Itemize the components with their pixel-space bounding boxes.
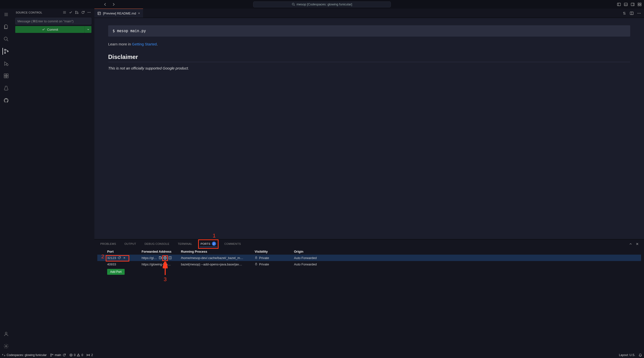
accounts-icon[interactable] — [3, 331, 10, 337]
customize-layout-icon[interactable] — [638, 2, 642, 6]
svg-rect-6 — [638, 5, 639, 6]
commit-message-input[interactable]: Message (⌘Enter to commit on "main") — [15, 18, 92, 24]
tab-comments[interactable]: COMMENTS — [224, 241, 242, 246]
problems-status[interactable]: 0 0 — [69, 353, 83, 357]
svg-rect-1 — [618, 3, 621, 6]
learn-more-line: Learn more in Getting Started. — [108, 42, 630, 46]
ports-table-header: Port Forwarded Address Running Process V… — [97, 248, 641, 255]
col-forwarded-address: Forwarded Address — [142, 250, 181, 253]
add-port-button[interactable]: Add Port — [107, 269, 124, 275]
svg-rect-7 — [640, 5, 641, 6]
tab-ports[interactable]: PORTS 2 — [200, 241, 217, 247]
col-origin: Origin — [294, 250, 343, 253]
tab-readme-preview[interactable]: [Preview] README.md × — [94, 8, 143, 18]
svg-point-12 — [6, 64, 8, 66]
svg-rect-16 — [6, 74, 8, 76]
tab-debug-console[interactable]: DEBUG CONSOLE — [144, 241, 170, 246]
commit-dropdown-button[interactable] — [84, 26, 92, 33]
editor-tabs: [Preview] README.md × — [94, 8, 644, 18]
sidebar-title: SOURCE CONTROL — [16, 11, 42, 14]
extensions-icon[interactable] — [3, 72, 10, 79]
nav-back-icon[interactable] — [103, 2, 107, 6]
status-bar: Codespaces: glowing funicular main 0 0 2… — [0, 352, 644, 358]
copy-address-icon[interactable] — [158, 256, 162, 260]
disclaimer-text: This is not an officially supported Goog… — [108, 66, 630, 70]
stop-forward-icon[interactable] — [123, 256, 126, 260]
svg-point-29 — [640, 13, 641, 13]
run-debug-icon[interactable] — [3, 60, 10, 67]
preview-in-editor-icon[interactable] — [168, 256, 172, 260]
tab-terminal[interactable]: TERMINAL — [177, 241, 193, 246]
split-editor-icon[interactable] — [630, 11, 634, 15]
github-icon[interactable] — [3, 97, 10, 104]
commit-check-icon[interactable] — [69, 10, 72, 14]
layout-left-icon[interactable] — [617, 2, 621, 6]
activity-bar — [0, 8, 12, 352]
menu-icon[interactable] — [3, 11, 10, 18]
running-process: bazel(mesop) --add-opens=java.base/jav… — [181, 262, 255, 266]
refresh-icon[interactable] — [81, 10, 85, 14]
nav-forward-icon[interactable] — [112, 2, 116, 6]
settings-gear-icon[interactable] — [3, 343, 10, 350]
label-port-icon[interactable] — [118, 256, 121, 260]
learn-suffix: . — [157, 42, 158, 46]
editor-more-icon[interactable] — [637, 11, 641, 15]
svg-rect-2 — [624, 3, 628, 6]
port-number: 32123 — [107, 256, 116, 260]
tab-problems[interactable]: PROBLEMS — [99, 241, 117, 246]
command-center-text: mesop [Codespaces: glowing funicular] — [296, 2, 352, 6]
origin-value: Auto Forwarded — [294, 262, 343, 266]
search-icon — [292, 3, 295, 6]
svg-point-37 — [51, 354, 52, 355]
layout-right-icon[interactable] — [631, 2, 635, 6]
notifications-icon[interactable] — [638, 353, 642, 357]
keyboard-layout-status[interactable]: Layout: U.S. — [619, 353, 635, 357]
heading-divider — [108, 62, 630, 62]
tab-label: [Preview] README.md — [103, 11, 136, 15]
panel-maximize-icon[interactable] — [629, 242, 632, 246]
ports-row[interactable]: 32123 https://gl… /home/mesop-dev/.cache… — [97, 255, 641, 261]
svg-point-10 — [4, 52, 6, 53]
col-running-process: Running Process — [181, 250, 255, 253]
more-actions-icon[interactable] — [87, 10, 91, 14]
ports-count: 2 — [91, 353, 93, 357]
warning-count: 0 — [81, 353, 83, 357]
error-count: 0 — [74, 353, 76, 357]
svg-rect-35 — [256, 264, 257, 265]
command-center[interactable]: mesop [Codespaces: glowing funicular] — [253, 1, 391, 7]
compare-changes-icon[interactable] — [622, 11, 626, 15]
getting-started-link[interactable]: Getting Started — [132, 42, 157, 46]
search-activity-icon[interactable] — [3, 36, 10, 42]
ports-row[interactable]: 40933 https://glowing-fun… bazel(mesop) … — [97, 261, 641, 267]
preview-icon — [97, 11, 101, 15]
svg-point-28 — [639, 13, 640, 13]
svg-rect-14 — [4, 76, 6, 78]
source-control-sidebar: SOURCE CONTROL Message (⌘Enter to commit… — [12, 8, 94, 352]
testing-icon[interactable] — [3, 85, 10, 92]
col-visibility: Visibility — [255, 250, 294, 253]
commit-placeholder: Message (⌘Enter to commit on "main") — [18, 19, 74, 23]
disclaimer-heading: Disclaimer — [108, 53, 630, 60]
git-branch-status[interactable]: main — [50, 353, 66, 357]
open-in-browser-icon[interactable] — [163, 256, 167, 260]
svg-point-17 — [5, 332, 7, 334]
svg-point-39 — [52, 354, 53, 355]
svg-rect-3 — [631, 3, 634, 6]
create-pr-icon[interactable] — [75, 10, 79, 14]
panel-close-icon[interactable] — [636, 242, 639, 246]
view-as-tree-icon[interactable] — [63, 10, 66, 14]
remote-indicator[interactable]: Codespaces: glowing funicular — [2, 353, 47, 357]
col-port: Port — [107, 250, 142, 253]
tab-close-icon[interactable]: × — [138, 11, 140, 15]
tab-output[interactable]: OUTPUT — [124, 241, 137, 246]
layout-bottom-icon[interactable] — [624, 2, 628, 6]
svg-rect-34 — [256, 257, 257, 259]
markdown-preview[interactable]: $ mesop main.py Learn more in Getting St… — [94, 18, 644, 239]
code-command-text: $ mesop main.py — [112, 29, 146, 33]
commit-button[interactable]: Commit — [15, 26, 84, 33]
ports-status[interactable]: 2 — [86, 353, 93, 357]
source-control-icon[interactable] — [2, 48, 9, 55]
explorer-icon[interactable] — [3, 23, 10, 30]
svg-point-27 — [638, 13, 638, 13]
port-number: 40933 — [107, 262, 116, 266]
